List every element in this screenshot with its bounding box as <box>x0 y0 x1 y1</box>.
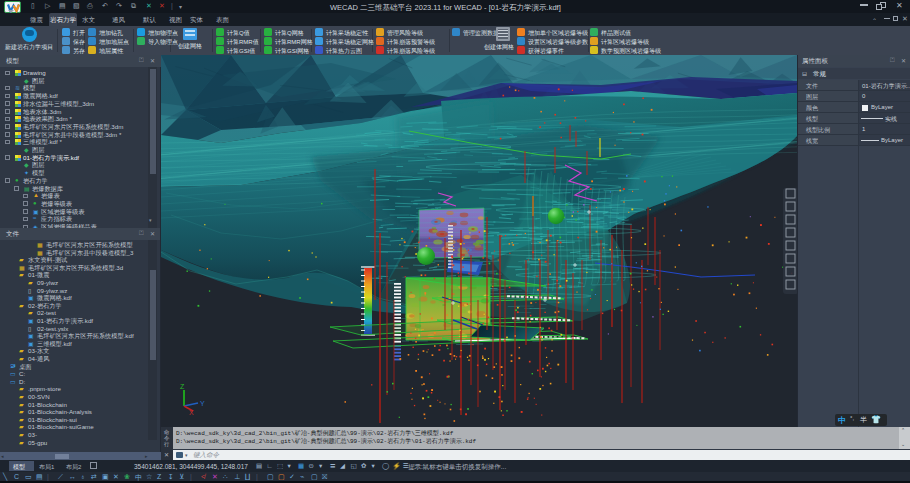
svg-text:Y: Y <box>200 400 205 407</box>
svg-text:Z: Z <box>180 383 185 390</box>
svg-text:X: X <box>189 409 194 416</box>
